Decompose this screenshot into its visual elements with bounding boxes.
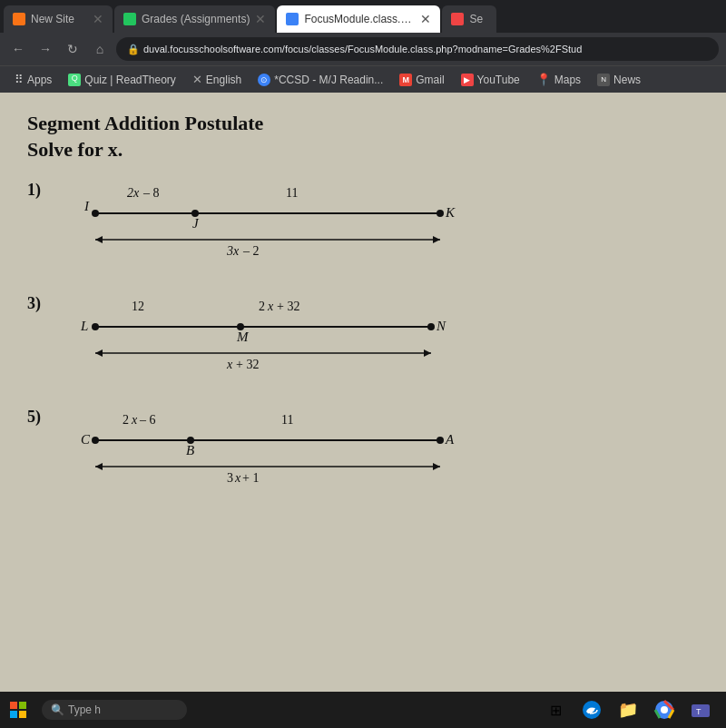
svg-rect-51 <box>19 711 26 718</box>
bookmark-apps-label: Apps <box>27 74 52 86</box>
svg-marker-28 <box>424 349 431 357</box>
address-input[interactable]: 🔒 duval.focusschoolsoftware.com/focus/cl… <box>116 37 719 61</box>
tab-label-new-site: New Site <box>31 13 87 25</box>
tab-label-se: Se <box>469 13 487 25</box>
home-button[interactable]: ⌂ <box>89 38 111 60</box>
bookmark-news[interactable]: N News <box>590 72 648 88</box>
svg-point-36 <box>92 437 99 444</box>
tab-label-grades: Grades (Assignments) <box>142 13 250 25</box>
forward-button[interactable]: → <box>34 38 56 60</box>
svg-text:– 2: – 2 <box>242 244 260 258</box>
svg-text:+ 32: + 32 <box>277 300 299 313</box>
problem-3: 3) 12 2 x + 32 L <box>27 294 699 371</box>
taskbar-icon-folder[interactable]: 📁 <box>613 695 643 724</box>
svg-text:x: x <box>234 471 241 485</box>
tab-close-new-site[interactable]: ✕ <box>93 12 103 26</box>
svg-marker-12 <box>433 236 440 243</box>
svg-text:+ 32: + 32 <box>236 358 259 371</box>
svg-text:C: C <box>81 432 91 447</box>
svg-text:2x: 2x <box>127 186 140 200</box>
tab-close-focus[interactable]: ✕ <box>420 12 431 26</box>
tab-favicon-new-site <box>13 13 25 25</box>
windows-logo-icon <box>10 702 26 718</box>
problem-5-number: 5) <box>27 408 41 427</box>
tab-label-focus: FocusModule.class.php (585×50 <box>304 13 415 25</box>
bookmark-gmail[interactable]: M Gmail <box>392 72 451 88</box>
svg-rect-48 <box>10 702 17 709</box>
tab-close-grades[interactable]: ✕ <box>255 12 266 26</box>
svg-text:11: 11 <box>286 186 298 200</box>
svg-point-4 <box>92 210 99 217</box>
svg-text:L: L <box>80 319 88 333</box>
taskbar-grid-icon: ⊞ <box>550 702 562 719</box>
tab-se[interactable]: Se <box>442 5 496 33</box>
lock-icon: 🔒 <box>127 44 140 55</box>
problem-5-diagram: 2 x – 6 11 C B A <box>50 408 486 485</box>
title-line1: Segment Addition Postulate <box>27 111 699 137</box>
tab-favicon-grades <box>123 13 136 25</box>
svg-text:2: 2 <box>259 300 265 313</box>
chrome-icon <box>653 699 675 721</box>
svg-text:2: 2 <box>123 413 129 427</box>
bookmark-news-icon: N <box>597 74 610 86</box>
windows-start-button[interactable] <box>0 692 36 728</box>
bookmark-maps-label: Maps <box>554 74 581 86</box>
taskbar-search-text: Type h <box>68 703 101 716</box>
tab-grades[interactable]: Grades (Assignments) ✕ <box>114 5 275 33</box>
bookmark-quiz-icon: Q <box>68 74 81 86</box>
svg-text:– 6: – 6 <box>139 413 156 427</box>
problem-1-number: 1) <box>27 181 41 200</box>
taskbar-icon-edge[interactable] <box>577 695 606 724</box>
svg-text:+ 1: + 1 <box>242 471 259 485</box>
svg-text:T: T <box>696 707 701 716</box>
svg-point-40 <box>437 437 444 444</box>
teams-icon: T <box>690 699 711 721</box>
svg-text:x: x <box>131 413 138 427</box>
bookmark-quiz[interactable]: Q Quiz | ReadTheory <box>61 72 183 88</box>
svg-text:11: 11 <box>281 413 293 427</box>
bookmarks-bar: ⠿ Apps Q Quiz | ReadTheory ✕ English ⊙ *… <box>0 65 726 93</box>
bookmark-maps[interactable]: 📍 Maps <box>529 71 588 88</box>
svg-point-24 <box>427 323 435 330</box>
svg-marker-44 <box>433 463 440 470</box>
svg-text:x: x <box>267 300 274 313</box>
taskbar-icon-grid[interactable]: ⊞ <box>541 695 570 724</box>
problem-3-number: 3) <box>27 294 41 313</box>
problem-1-diagram: 2x – 8 11 I J K <box>50 181 486 258</box>
bookmark-quiz-label: Quiz | ReadTheory <box>84 74 176 86</box>
page-content: Segment Addition Postulate Solve for x. … <box>0 93 726 692</box>
search-icon: 🔍 <box>51 703 64 716</box>
edge-icon <box>581 699 603 721</box>
bookmark-english[interactable]: ✕ English <box>185 71 249 88</box>
bookmark-ccsd-icon: ⊙ <box>258 74 270 86</box>
svg-text:K: K <box>445 205 456 220</box>
tab-favicon-focus <box>286 13 299 25</box>
bookmark-maps-icon: 📍 <box>536 73 551 86</box>
tab-new-site[interactable]: New Site ✕ <box>4 5 113 33</box>
bookmark-youtube-icon: ▶ <box>461 74 474 86</box>
problem-1-svg: 2x – 8 11 I J K <box>50 181 486 258</box>
svg-text:12: 12 <box>132 300 144 313</box>
svg-text:I: I <box>83 199 90 213</box>
bookmark-youtube[interactable]: ▶ YouTube <box>454 72 527 88</box>
worksheet-title: Segment Addition Postulate Solve for x. <box>27 111 699 162</box>
svg-point-8 <box>437 210 444 217</box>
taskbar-search[interactable]: 🔍 Type h <box>42 700 187 720</box>
back-button[interactable]: ← <box>7 38 29 60</box>
svg-text:M: M <box>236 330 250 344</box>
bookmark-ccsd[interactable]: ⊙ *CCSD - M/J Readin... <box>250 72 390 88</box>
bookmark-apps[interactable]: ⠿ Apps <box>7 71 59 88</box>
svg-text:– 8: – 8 <box>142 186 160 200</box>
tab-focus[interactable]: FocusModule.class.php (585×50 ✕ <box>277 5 440 33</box>
problem-5: 5) 2 x – 6 11 C <box>27 408 699 485</box>
svg-point-54 <box>661 706 668 713</box>
tab-favicon-se <box>451 13 464 25</box>
bookmark-english-icon: ✕ <box>192 73 202 86</box>
taskbar-icon-chrome[interactable] <box>650 695 679 724</box>
svg-text:A: A <box>445 432 455 447</box>
problem-5-svg: 2 x – 6 11 C B A <box>50 408 486 485</box>
svg-text:N: N <box>436 319 446 333</box>
reload-button[interactable]: ↻ <box>62 38 83 60</box>
taskbar-icon-teams[interactable]: T <box>686 695 715 724</box>
problem-3-svg: 12 2 x + 32 L M N <box>50 294 486 371</box>
